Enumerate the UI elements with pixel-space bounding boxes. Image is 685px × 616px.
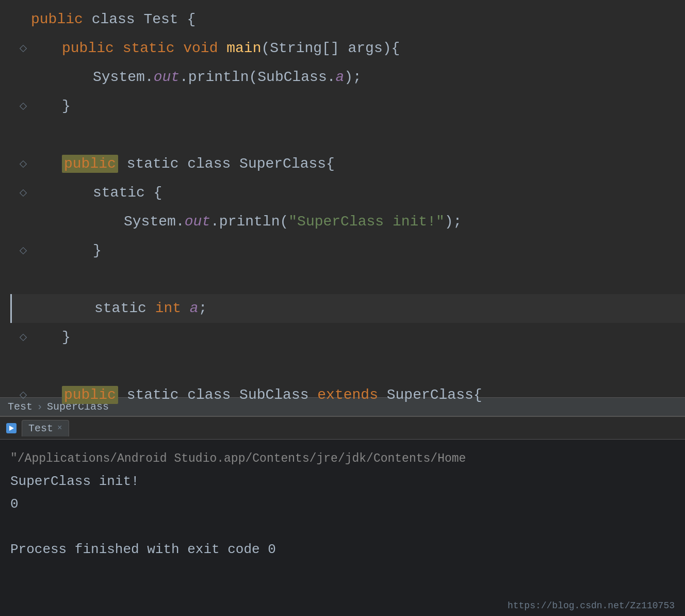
gutter-6 bbox=[15, 161, 31, 167]
run-icon bbox=[6, 423, 17, 433]
code-line-4: } bbox=[10, 92, 685, 121]
line-content-14: public static class SubClass extends Sup… bbox=[31, 381, 685, 410]
line-content-11: static int a; bbox=[32, 294, 685, 323]
code-line-5 bbox=[10, 121, 685, 150]
code-line-3: System.out.println(SubClass.a); bbox=[10, 63, 685, 92]
code-line-12: } bbox=[10, 323, 685, 352]
line-content-10 bbox=[31, 265, 685, 294]
line-content-9: } bbox=[31, 236, 685, 265]
line-content-5 bbox=[31, 121, 685, 150]
line-content-1: public class Test { bbox=[31, 5, 685, 34]
gutter-9 bbox=[15, 248, 31, 253]
code-line-9: } bbox=[10, 236, 685, 265]
code-line-8: System.out.println("SuperClass init!"); bbox=[10, 207, 685, 236]
watermark: https://blog.csdn.net/Zz110753 bbox=[508, 601, 675, 611]
line-content-13 bbox=[31, 352, 685, 381]
line-content-3: System.out.println(SubClass.a); bbox=[31, 63, 685, 92]
output-line-4: Process finished with exit code 0 bbox=[10, 538, 675, 561]
run-tab-test[interactable]: Test × bbox=[22, 420, 69, 436]
code-line-14: public static class SubClass extends Sup… bbox=[10, 381, 685, 410]
code-line-2: public static void main(String[] args){ bbox=[10, 34, 685, 63]
line-content-12: } bbox=[31, 323, 685, 352]
code-line-6: public static class SuperClass{ bbox=[10, 150, 685, 179]
output-line-3 bbox=[10, 515, 675, 538]
line-content-2: public static void main(String[] args){ bbox=[31, 34, 685, 63]
gutter-14 bbox=[15, 393, 31, 398]
gutter-4 bbox=[15, 104, 31, 109]
line-content-6: public static class SuperClass{ bbox=[31, 150, 685, 179]
run-output: "/Applications/Android Studio.app/Conten… bbox=[0, 440, 685, 569]
code-line-1: public class Test { bbox=[10, 5, 685, 34]
output-line-2: 0 bbox=[10, 493, 675, 515]
code-line-11: static int a; bbox=[10, 294, 685, 323]
svg-marker-0 bbox=[9, 426, 14, 431]
code-line-10 bbox=[10, 265, 685, 294]
run-tab-label: Test bbox=[28, 423, 53, 434]
gutter-2 bbox=[15, 46, 31, 51]
run-panel: Test × "/Applications/Android Studio.app… bbox=[0, 416, 685, 616]
run-tab-bar: Test × bbox=[0, 417, 685, 440]
output-line-1: SuperClass init! bbox=[10, 470, 675, 493]
line-content-7: static { bbox=[31, 179, 685, 207]
code-editor[interactable]: public class Test {public static void ma… bbox=[0, 0, 685, 397]
gutter-7 bbox=[15, 190, 31, 196]
line-content-8: System.out.println("SuperClass init!"); bbox=[31, 207, 685, 236]
close-run-tab[interactable]: × bbox=[57, 424, 62, 433]
code-line-13 bbox=[10, 352, 685, 381]
gutter-12 bbox=[15, 335, 31, 340]
line-content-4: } bbox=[31, 92, 685, 121]
output-line-0: "/Applications/Android Studio.app/Conten… bbox=[10, 447, 675, 470]
code-line-7: static { bbox=[10, 179, 685, 207]
